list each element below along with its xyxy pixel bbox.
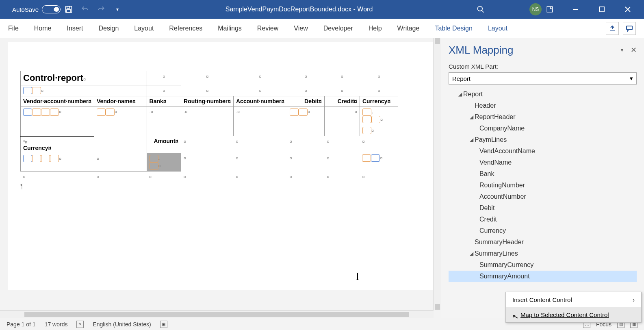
tree-node-summarylines[interactable]: ◢SummaryLines bbox=[449, 248, 637, 259]
svg-rect-4 bbox=[547, 7, 553, 12]
content-control[interactable] bbox=[32, 109, 41, 116]
tree-node-currency[interactable]: Currency bbox=[449, 225, 637, 237]
content-control[interactable] bbox=[362, 154, 371, 162]
status-words[interactable]: 17 words bbox=[45, 321, 68, 328]
content-control[interactable] bbox=[290, 109, 299, 116]
menu-map-to-selected[interactable]: ↖ Map to Selected Content Control bbox=[506, 307, 641, 322]
svg-rect-1 bbox=[67, 7, 70, 9]
col-account: Account·number¤ bbox=[234, 96, 287, 106]
search-icon[interactable] bbox=[473, 1, 489, 17]
tree-node-credit[interactable]: Credit bbox=[449, 214, 637, 225]
custom-xml-part-label: Custom XML Part: bbox=[449, 63, 637, 70]
tree-node-account[interactable]: AccountNumber bbox=[449, 191, 637, 202]
redo-icon[interactable] bbox=[93, 1, 109, 17]
document-area[interactable]: ✥ Control·report¤ ¤ ¤ ¤ ¤ ¤ ¤ ¤ ¤ ¤ ¤ ¤ bbox=[0, 38, 441, 318]
tab-design[interactable]: Design bbox=[98, 25, 119, 32]
comments-icon[interactable] bbox=[623, 22, 636, 35]
col-routing: Routing·number¤ bbox=[181, 96, 234, 106]
macro-icon[interactable]: ▣ bbox=[160, 321, 167, 328]
qat-overflow-icon[interactable]: ▾ bbox=[109, 1, 126, 17]
document-table: Control·report¤ ¤ ¤ ¤ ¤ ¤ ¤ ¤ ¤ ¤ ¤ ¤ ¤ … bbox=[20, 71, 398, 181]
svg-rect-6 bbox=[599, 7, 604, 12]
content-control[interactable] bbox=[362, 127, 371, 134]
content-control[interactable] bbox=[97, 109, 106, 116]
titlebar: AutoSave Off ▾ SampleVendPaymDocReportBo… bbox=[0, 0, 644, 19]
paragraph-mark: ¶ bbox=[20, 183, 429, 190]
minimize-icon[interactable] bbox=[568, 1, 584, 17]
tree-node-paymlines[interactable]: ◢PaymLines bbox=[449, 134, 637, 145]
status-language[interactable]: English (United States) bbox=[93, 321, 151, 328]
pane-close-icon[interactable]: ✕ bbox=[631, 46, 637, 54]
content-control[interactable] bbox=[150, 162, 158, 169]
tab-writage[interactable]: Writage bbox=[397, 25, 420, 32]
status-page[interactable]: Page 1 of 1 bbox=[7, 321, 36, 328]
tree-node-header[interactable]: Header bbox=[449, 100, 637, 111]
tree-node-bank[interactable]: Bank bbox=[449, 168, 637, 180]
user-avatar[interactable]: NS bbox=[529, 3, 542, 15]
content-control[interactable] bbox=[23, 87, 32, 94]
autosave-toggle[interactable]: Off bbox=[42, 5, 61, 13]
content-control[interactable] bbox=[362, 109, 371, 116]
tab-home[interactable]: Home bbox=[34, 25, 52, 32]
vertical-scrollbar[interactable] bbox=[434, 38, 441, 310]
tab-help[interactable]: Help bbox=[369, 25, 382, 32]
content-control[interactable] bbox=[32, 87, 41, 94]
tree-node-report[interactable]: ◢Report bbox=[449, 89, 637, 100]
tab-table-design[interactable]: Table Design bbox=[435, 25, 473, 32]
svg-point-3 bbox=[478, 7, 483, 11]
tab-table-layout[interactable]: Layout bbox=[488, 25, 507, 32]
content-control[interactable] bbox=[362, 116, 371, 123]
tree-node-vendname[interactable]: VendName bbox=[449, 157, 637, 168]
undo-icon[interactable] bbox=[77, 1, 93, 17]
content-control[interactable] bbox=[371, 116, 380, 123]
tab-references[interactable]: References bbox=[169, 25, 202, 32]
tab-file[interactable]: File bbox=[8, 25, 19, 32]
content-control[interactable] bbox=[23, 109, 32, 116]
main-area: ✥ Control·report¤ ¤ ¤ ¤ ¤ ¤ ¤ ¤ ¤ ¤ ¤ ¤ bbox=[0, 38, 644, 318]
tree-node-debit[interactable]: Debit bbox=[449, 202, 637, 214]
svg-rect-9 bbox=[627, 26, 632, 30]
tab-insert[interactable]: Insert bbox=[67, 25, 83, 32]
close-icon[interactable] bbox=[620, 1, 636, 17]
autosave-label: AutoSave bbox=[12, 6, 39, 13]
document-title: SampleVendPaymDocReportBounded.docx - Wo… bbox=[126, 6, 473, 13]
content-control[interactable] bbox=[50, 109, 59, 116]
col-credit: Credit¤ bbox=[324, 96, 360, 106]
content-control[interactable] bbox=[50, 155, 59, 162]
window-controls bbox=[542, 1, 636, 17]
tab-mailings[interactable]: Mailings bbox=[218, 25, 242, 32]
content-control[interactable] bbox=[299, 109, 308, 116]
content-control[interactable] bbox=[23, 155, 32, 162]
col-debit: Debit¤ bbox=[287, 96, 325, 106]
tab-review[interactable]: Review bbox=[257, 25, 278, 32]
content-control[interactable] bbox=[106, 109, 115, 116]
ribbon: File Home Insert Design Layout Reference… bbox=[0, 19, 644, 38]
tree-node-summaryamount[interactable]: SummaryAmount bbox=[449, 271, 637, 282]
save-icon[interactable] bbox=[61, 1, 77, 17]
menu-insert-content-control[interactable]: Insert Content Control› bbox=[506, 292, 641, 307]
xml-tree: ◢Report Header ◢ReportHeader CompanyName… bbox=[449, 89, 637, 282]
content-control[interactable] bbox=[41, 109, 50, 116]
share-icon[interactable] bbox=[606, 22, 619, 35]
tree-node-routing[interactable]: RoutingNumber bbox=[449, 180, 637, 191]
content-control[interactable] bbox=[41, 155, 50, 162]
tree-node-vendaccount[interactable]: VendAccountName bbox=[449, 145, 637, 157]
maximize-icon[interactable] bbox=[594, 1, 610, 17]
horizontal-scrollbar[interactable] bbox=[0, 310, 434, 318]
tree-node-summaryheader[interactable]: SummaryHeader bbox=[449, 237, 637, 248]
tab-layout[interactable]: Layout bbox=[134, 25, 154, 32]
tab-view[interactable]: View bbox=[294, 25, 308, 32]
text-cursor-icon: I bbox=[356, 270, 359, 283]
content-control[interactable] bbox=[371, 154, 380, 162]
pane-options-icon[interactable]: ▼ bbox=[620, 47, 624, 53]
tree-node-companyname[interactable]: CompanyName bbox=[449, 123, 637, 134]
tab-developer[interactable]: Developer bbox=[323, 25, 353, 32]
content-control[interactable] bbox=[32, 155, 41, 162]
spellcheck-icon[interactable]: ✎ bbox=[76, 321, 84, 328]
custom-xml-part-select[interactable]: Report▾ bbox=[449, 72, 637, 85]
tree-node-summarycurrency[interactable]: SummaryCurrency bbox=[449, 259, 637, 271]
tree-node-reportheader[interactable]: ◢ReportHeader bbox=[449, 111, 637, 123]
ribbon-display-icon[interactable] bbox=[542, 1, 558, 17]
content-control[interactable] bbox=[150, 155, 158, 162]
selected-cell[interactable]: .¤ bbox=[147, 153, 181, 172]
